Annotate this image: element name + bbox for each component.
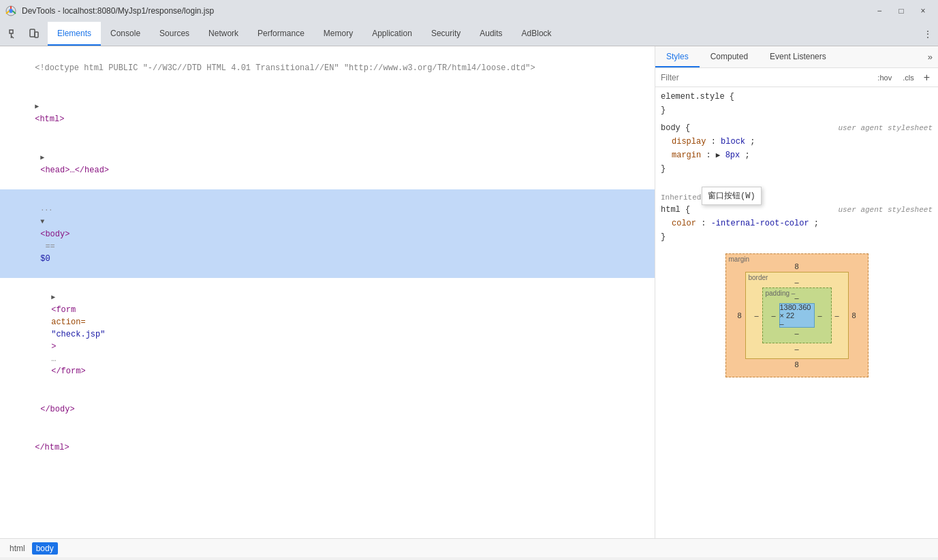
border-right-value[interactable]: – (832, 311, 843, 320)
body-close-line: </body> (0, 390, 655, 429)
title-bar: DevTools - localhost:8080/MyJsp1/respons… (0, 0, 938, 22)
tab-audits[interactable]: Audits (470, 22, 512, 46)
html-open-line: ▶ <html> (0, 87, 655, 138)
breadcrumb-html[interactable]: html (5, 542, 29, 555)
box-border: border – – padding – – (745, 272, 849, 359)
inspect-element-button[interactable] (4, 25, 23, 44)
tab-styles[interactable]: Styles (655, 46, 700, 67)
body-style-section: body { user agent stylesheet display : b… (661, 121, 933, 176)
tab-sources[interactable]: Sources (150, 22, 199, 46)
margin-left-value[interactable]: 8 (734, 311, 745, 320)
head-line[interactable]: ▶ <head>…</head> (0, 138, 655, 189)
padding-right-value[interactable]: – (815, 311, 826, 320)
element-style-section: element.style { } (661, 90, 933, 117)
box-content: 1380.360 × 22 – (779, 303, 815, 328)
devtools-icon-group (0, 22, 48, 46)
margin-bottom-value[interactable]: 8 (734, 360, 860, 369)
margin-right-value[interactable]: 8 (849, 311, 860, 320)
tab-elements[interactable]: Elements (48, 22, 101, 46)
body-line[interactable]: ... ▼ <body> == $0 (0, 189, 655, 278)
margin-top-value[interactable]: 8 (734, 262, 860, 270)
breadcrumb-body[interactable]: body (32, 542, 58, 555)
tab-console[interactable]: Console (101, 22, 150, 46)
doctype-line: <!doctype html PUBLIC "-//W3C//DTD HTML … (0, 49, 655, 87)
tab-network[interactable]: Network (199, 22, 248, 46)
filter-controls: :hov .cls (873, 72, 918, 84)
styles-panel: Styles Computed Event Listeners » :hov .… (655, 46, 938, 538)
form-line[interactable]: ▶ <form action= "check.jsp" > … </form> (0, 278, 655, 390)
more-panel-tabs-button[interactable]: » (922, 46, 938, 67)
window-controls: − □ × (870, 1, 933, 20)
cls-filter-button[interactable]: .cls (898, 72, 918, 84)
panel-tabs: Styles Computed Event Listeners » (655, 46, 938, 68)
padding-left-value[interactable]: – (768, 311, 779, 320)
padding-side-row: – 1380.360 × 22 (768, 303, 826, 328)
styles-content[interactable]: element.style { } body { user agent styl… (655, 87, 938, 538)
box-margin: margin 8 8 border – – (725, 253, 869, 377)
svg-rect-9 (35, 32, 38, 37)
tab-memory[interactable]: Memory (314, 22, 362, 46)
color-prop: color : -internal-root-color ; (661, 217, 933, 230)
svg-rect-5 (10, 30, 13, 33)
chrome-icon (5, 5, 16, 16)
tab-computed[interactable]: Computed (700, 46, 759, 67)
minimize-button[interactable]: − (870, 1, 889, 20)
box-border-wrapper: border – – padding – – (745, 272, 849, 359)
tabs-bar: Elements Console Sources Network Perform… (0, 22, 938, 46)
tab-application[interactable]: Application (362, 22, 422, 46)
html-style-section: html { user agent stylesheet color : -in… (661, 203, 933, 244)
box-content-wrapper: 1380.360 × 22 – (779, 303, 815, 328)
box-model-container: margin 8 8 border – – (661, 248, 933, 383)
styles-filter-bar: :hov .cls + (655, 68, 938, 87)
box-model: margin 8 8 border – – (725, 253, 869, 377)
maximize-button[interactable]: □ (892, 1, 911, 20)
tab-security[interactable]: Security (422, 22, 470, 46)
svg-rect-8 (30, 29, 35, 37)
devtools-main: <!doctype html PUBLIC "-//W3C//DTD HTML … (0, 46, 938, 538)
tooltip-popup: 窗口按钮(W) (702, 187, 762, 205)
tab-performance[interactable]: Performance (248, 22, 314, 46)
box-padding-wrapper: padding – – – (762, 287, 832, 343)
hov-filter-button[interactable]: :hov (873, 72, 896, 84)
tab-event-listeners[interactable]: Event Listeners (759, 46, 837, 67)
breadcrumb-bar: html body (0, 538, 938, 557)
display-prop: display : block ; (661, 135, 933, 149)
html-close-line: </html> (0, 429, 655, 467)
border-side-row: – padding – – – (751, 287, 843, 343)
styles-filter-input[interactable] (661, 73, 871, 82)
svg-point-1 (9, 9, 13, 13)
padding-bottom-value[interactable]: – (768, 329, 826, 337)
more-tabs-button[interactable]: ⋮ (918, 22, 938, 46)
border-left-value[interactable]: – (751, 311, 762, 320)
content-size: 1380.360 × 22 – (780, 303, 814, 328)
window-title: DevTools - localhost:8080/MyJsp1/respons… (22, 6, 864, 16)
tabs-spacer (561, 22, 918, 46)
border-bottom-value[interactable]: – (751, 345, 843, 353)
box-padding: padding – – – (762, 287, 832, 343)
dom-panel[interactable]: <!doctype html PUBLIC "-//W3C//DTD HTML … (0, 46, 655, 538)
margin-prop: margin : ▶ 8px ; (661, 149, 933, 162)
device-toggle-button[interactable] (25, 25, 44, 44)
add-style-rule-button[interactable]: + (921, 72, 933, 84)
margin-side-row: 8 border – – (734, 272, 860, 359)
close-button[interactable]: × (913, 1, 933, 20)
tab-adblock[interactable]: AdBlock (512, 22, 561, 46)
